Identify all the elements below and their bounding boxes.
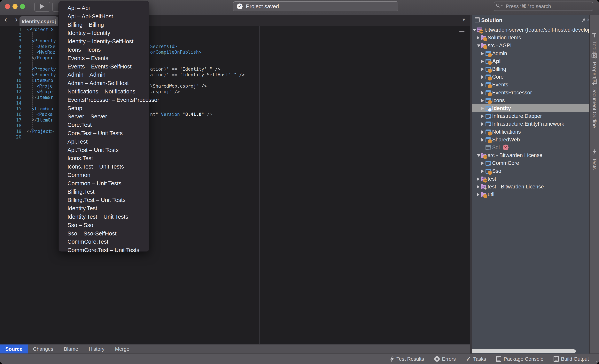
- tree-row-events[interactable]: …Events: [472, 81, 589, 89]
- tab-overflow-chevron[interactable]: ▾: [463, 17, 465, 23]
- tab-identity-csproj[interactable]: Identity.csproj: [19, 16, 58, 26]
- tree-row-sharedweb[interactable]: …SharedWeb: [472, 136, 589, 143]
- chevron-right-icon[interactable]: [481, 169, 484, 173]
- tree-row-billing[interactable]: …Billing: [472, 65, 589, 73]
- chevron-right-icon[interactable]: [481, 107, 484, 110]
- tree-row-icons[interactable]: …Icons: [472, 97, 589, 104]
- tree-row-util[interactable]: …util: [472, 191, 589, 198]
- tree-row-sso[interactable]: …Sso: [472, 167, 589, 175]
- status-item-build-output[interactable]: Build Output: [554, 356, 589, 362]
- menu-item[interactable]: Sso – Sso: [59, 221, 149, 229]
- menu-item[interactable]: Core.Test – Unit Tests: [59, 129, 149, 138]
- tree-row-src-agpl[interactable]: …src - AGPL: [472, 42, 589, 49]
- dock-tab-document-outline[interactable]: Document Outline: [590, 78, 599, 128]
- menu-item[interactable]: Common: [59, 171, 149, 179]
- menu-item[interactable]: Identity.Test – Unit Tests: [59, 213, 149, 221]
- menu-item[interactable]: Billing.Test: [59, 188, 149, 196]
- chevron-down-icon[interactable]: [473, 29, 476, 31]
- menu-item[interactable]: Billing.Test – Unit Tests: [59, 196, 149, 204]
- status-item-errors[interactable]: ✕Errors: [434, 356, 456, 362]
- menu-item[interactable]: CommCore.Test: [59, 238, 149, 246]
- git-tab-blame[interactable]: Blame: [59, 345, 83, 354]
- chevron-right-icon[interactable]: [481, 115, 484, 118]
- tree-row-infrastructure-dapper[interactable]: +Infrastructure.Dapper: [472, 112, 589, 120]
- chevron-right-icon[interactable]: [481, 52, 484, 55]
- pane-splitter[interactable]: [470, 15, 472, 354]
- search-input[interactable]: [505, 3, 580, 9]
- chevron-right-icon[interactable]: [481, 138, 484, 142]
- menu-item[interactable]: Setup: [59, 104, 149, 113]
- tree-row-solution-items[interactable]: …Solution Items: [472, 34, 589, 42]
- chevron-right-icon[interactable]: [481, 122, 484, 126]
- menu-item[interactable]: Core.Test: [59, 121, 149, 129]
- menu-item[interactable]: Server – Server: [59, 112, 149, 121]
- menu-item[interactable]: Icons – Icons: [59, 46, 149, 54]
- traffic-light-close[interactable]: [5, 4, 10, 9]
- navigate-forward-button[interactable]: ›: [15, 15, 18, 24]
- menu-item[interactable]: Notifications – Notifications: [59, 87, 149, 96]
- chevron-right-icon[interactable]: [477, 185, 479, 189]
- tree-row-infrastructure-entityframework[interactable]: +Infrastructure.EntityFramework: [472, 120, 589, 128]
- menu-item[interactable]: Icons.Test: [59, 154, 149, 162]
- tree-row-sql[interactable]: +Sql✕: [472, 143, 589, 151]
- traffic-light-zoom[interactable]: [20, 4, 25, 9]
- git-tab-source[interactable]: Source: [0, 345, 28, 354]
- chevron-right-icon[interactable]: [481, 99, 484, 102]
- status-item-tasks[interactable]: ✓Tasks: [466, 356, 486, 363]
- chevron-right-icon[interactable]: [477, 36, 479, 40]
- git-tab-history[interactable]: History: [83, 345, 110, 354]
- tree-row-api[interactable]: …Api: [472, 57, 589, 65]
- menu-item[interactable]: Api – Api-SelfHost: [59, 12, 149, 21]
- horizontal-scrollbar[interactable]: [472, 349, 576, 353]
- chevron-right-icon[interactable]: [481, 91, 484, 95]
- menu-item[interactable]: Sso – Sso-SelfHost: [59, 229, 149, 238]
- navigate-back-button[interactable]: ‹: [4, 15, 7, 24]
- tree-row-identity[interactable]: …Identity: [472, 104, 589, 112]
- menu-item[interactable]: Events – Events-SelfHost: [59, 62, 149, 71]
- chevron-down-icon[interactable]: [477, 44, 480, 47]
- menu-item[interactable]: Api – Api: [59, 4, 149, 12]
- status-item-package-console[interactable]: Package Console: [496, 356, 543, 362]
- global-search[interactable]: [494, 1, 593, 11]
- tree-row-bitwarden-server-feature-self-hosted-development[interactable]: …bitwarden-server (feature/self-hosted-d…: [472, 26, 589, 34]
- menu-item[interactable]: Api.Test: [59, 138, 149, 146]
- git-tab-merge[interactable]: Merge: [110, 345, 135, 354]
- tree-row-admin[interactable]: …Admin: [472, 50, 589, 57]
- chevron-down-icon[interactable]: [477, 154, 480, 157]
- chevron-right-icon[interactable]: [481, 75, 484, 79]
- menu-item[interactable]: Common – Unit Tests: [59, 179, 149, 188]
- menu-item[interactable]: Identity.Test: [59, 204, 149, 213]
- run-button[interactable]: [34, 2, 50, 12]
- chevron-right-icon[interactable]: [481, 68, 484, 71]
- tree-row-test-bitwarden-license[interactable]: +test - Bitwarden License: [472, 183, 589, 191]
- chevron-right-icon[interactable]: [481, 161, 484, 165]
- menu-item[interactable]: Identity – Identity: [59, 29, 149, 37]
- chevron-right-icon[interactable]: [481, 130, 484, 134]
- menu-item[interactable]: Admin – Admin: [59, 71, 149, 79]
- tree-row-commcore[interactable]: +CommCore: [472, 159, 589, 167]
- menu-item[interactable]: Events – Events: [59, 54, 149, 62]
- menu-item[interactable]: Api.Test – Unit Tests: [59, 146, 149, 154]
- tree-row-src-bitwarden-license[interactable]: …src - Bitwarden License: [472, 151, 589, 159]
- chevron-right-icon[interactable]: [477, 193, 479, 196]
- menu-item[interactable]: EventsProcessor – EventsProcessor: [59, 96, 149, 104]
- menu-item[interactable]: Admin – Admin-SelfHost: [59, 79, 149, 87]
- chevron-right-icon[interactable]: [481, 60, 484, 63]
- resize-grip-icon[interactable]: [596, 361, 598, 363]
- git-tab-changes[interactable]: Changes: [28, 345, 59, 354]
- chevron-right-icon[interactable]: [481, 83, 484, 87]
- dock-tab-tests[interactable]: Tests: [590, 149, 599, 170]
- status-item-test-results[interactable]: Test Results: [390, 356, 424, 362]
- traffic-light-minimize[interactable]: [12, 4, 18, 9]
- tree-row-test[interactable]: …test: [472, 175, 589, 183]
- menu-item[interactable]: Billing – Billing: [59, 21, 149, 29]
- menu-item[interactable]: Icons.Test – Unit Tests: [59, 162, 149, 171]
- menu-item[interactable]: CommCore.Test – Unit Tests: [59, 246, 149, 254]
- close-icon[interactable]: ✕: [587, 17, 589, 23]
- pin-icon[interactable]: [581, 18, 586, 24]
- tree-row-notifications[interactable]: …Notifications: [472, 128, 589, 136]
- tree-row-core[interactable]: …Core: [472, 73, 589, 81]
- chevron-right-icon[interactable]: [477, 177, 479, 181]
- tree-row-eventsprocessor[interactable]: …EventsProcessor: [472, 89, 589, 97]
- menu-item[interactable]: Identity – Identity-SelfHost: [59, 37, 149, 46]
